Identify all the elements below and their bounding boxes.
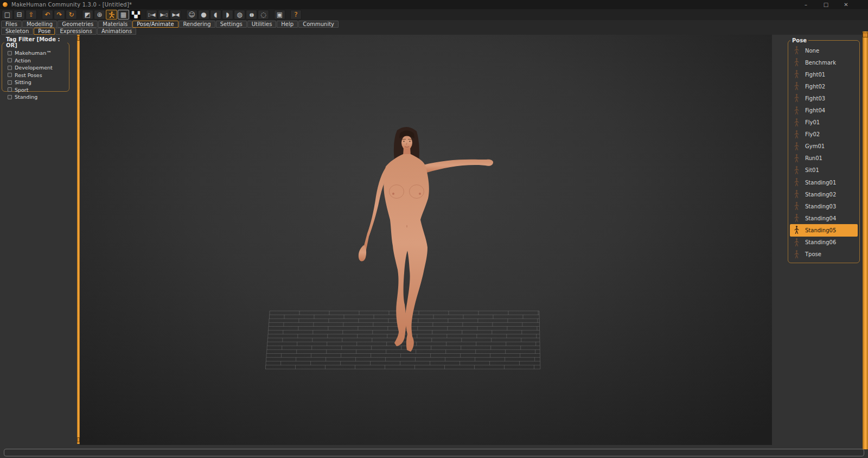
- pose-thumbnail: [793, 46, 800, 56]
- pose-item-none[interactable]: None: [790, 44, 858, 56]
- pose-item-fight02[interactable]: Fight02: [790, 80, 858, 92]
- symmetry-right-icon[interactable]: ▷◀: [146, 10, 157, 20]
- pose-item-standing01[interactable]: Standing01: [790, 176, 858, 188]
- pose-item-fight03[interactable]: Fight03: [790, 92, 858, 104]
- pose-item-standing06[interactable]: Standing06: [790, 237, 858, 249]
- smooth-shading-icon[interactable]: ◩: [82, 10, 93, 20]
- checkbox-icon[interactable]: [8, 95, 12, 99]
- pose-item-fly01[interactable]: Fly01: [790, 117, 858, 129]
- pose-item-benchmark[interactable]: Benchmark: [790, 56, 858, 68]
- subtab-skeleton[interactable]: Skeleton: [1, 28, 33, 35]
- wireframe-icon[interactable]: ⊕: [94, 10, 105, 20]
- progress-bar: [4, 449, 864, 456]
- filter-label: Sport: [15, 87, 29, 93]
- tab-settings[interactable]: Settings: [216, 21, 247, 28]
- tab-utilities[interactable]: Utilities: [247, 21, 277, 28]
- grid-icon[interactable]: ▦: [118, 10, 129, 20]
- maximize-button[interactable]: □: [822, 2, 829, 8]
- pose-label: Tpose: [805, 251, 821, 257]
- pose-item-gym01[interactable]: Gym01: [790, 141, 858, 152]
- pose-item-run01[interactable]: Run01: [790, 152, 858, 164]
- main-tab-bar: FilesModellingGeometriesMaterialsPose/An…: [0, 20, 868, 28]
- pose-item-standing05[interactable]: Standing05: [790, 224, 858, 236]
- split-view-icon[interactable]: ◖◗: [246, 10, 257, 20]
- tab-rendering[interactable]: Rendering: [179, 21, 215, 28]
- tab-files[interactable]: Files: [1, 21, 22, 28]
- save-file-icon[interactable]: ⇧: [25, 10, 37, 20]
- pose-item-standing02[interactable]: Standing02: [790, 188, 858, 200]
- toolbar: □⊟⇧↶↷↻◩⊕▦▚▞▷◀▶◁▶◀☺●◖◗◍◖◗◌▣?: [0, 9, 868, 20]
- pose-item-fly02[interactable]: Fly02: [790, 129, 858, 141]
- tab-pose-animate[interactable]: Pose/Animate: [132, 21, 178, 28]
- head-view-icon[interactable]: ●: [198, 10, 209, 20]
- window-title: MakeHuman Community 1.3.0 - [Untitled]*: [11, 2, 132, 8]
- pose-thumbnail: [793, 117, 800, 128]
- pose-label: Fly01: [805, 119, 820, 125]
- orbit-view-icon[interactable]: ◌: [258, 10, 269, 20]
- symmetry-left-icon[interactable]: ▶◁: [158, 10, 169, 20]
- right-panel-splitter[interactable]: [863, 31, 868, 449]
- pose-library-panel: Pose NoneBenchmarkFight01Fight02Fight03F…: [772, 35, 863, 449]
- checkbox-icon[interactable]: [8, 87, 12, 92]
- pose-item-fight04[interactable]: Fight04: [790, 104, 858, 116]
- redo-icon[interactable]: ↷: [54, 10, 65, 20]
- pose-thumbnail: [793, 165, 800, 175]
- checkbox-icon[interactable]: [8, 73, 12, 77]
- splitter-handle[interactable]: [863, 33, 868, 37]
- pose-item-sit01[interactable]: Sit01: [790, 164, 858, 176]
- pose-label: Fight04: [805, 107, 825, 113]
- background-icon[interactable]: ▚▞: [130, 10, 141, 20]
- filter-item-standing[interactable]: Standing: [4, 93, 67, 101]
- help-icon[interactable]: ?: [290, 10, 302, 20]
- pose-thumbnail: [793, 141, 800, 151]
- filter-item-sitting[interactable]: Sitting: [4, 79, 67, 86]
- subtab-expressions[interactable]: Expressions: [55, 28, 97, 35]
- grab-screenshot-icon[interactable]: ▣: [274, 10, 285, 20]
- pose-item-fight01[interactable]: Fight01: [790, 68, 858, 80]
- checkbox-icon[interactable]: [8, 66, 12, 70]
- reload-icon[interactable]: ↻: [66, 10, 77, 20]
- filter-item-action[interactable]: Action: [4, 57, 67, 65]
- filter-item-makehuman[interactable]: Makehuman™: [4, 49, 67, 57]
- makehuman-window: MakeHuman Community 1.3.0 - [Untitled]* …: [0, 0, 868, 458]
- pose-item-tpose[interactable]: Tpose: [790, 249, 858, 260]
- checkbox-icon[interactable]: [8, 58, 12, 62]
- load-file-icon[interactable]: ⊟: [14, 10, 25, 20]
- front-view-icon[interactable]: ☺: [186, 10, 197, 20]
- pose-groupbox-title: Pose: [790, 37, 808, 43]
- right-view-icon[interactable]: ◗: [222, 10, 233, 20]
- filter-item-sport[interactable]: Sport: [4, 86, 67, 94]
- tab-community[interactable]: Community: [298, 21, 339, 28]
- tag-filter-title: Tag Filter [Mode : OR]: [4, 36, 67, 48]
- titlebar: MakeHuman Community 1.3.0 - [Untitled]* …: [0, 0, 868, 9]
- pose-thumbnail: [793, 153, 800, 163]
- left-view-icon[interactable]: ◖: [210, 10, 221, 20]
- toolbar-group: ☺●◖◗◍◖◗◌: [186, 10, 270, 20]
- new-file-icon[interactable]: □: [2, 10, 13, 20]
- tab-geometries[interactable]: Geometries: [58, 21, 98, 28]
- top-view-icon[interactable]: ◍: [234, 10, 245, 20]
- toolbar-group: ?: [290, 10, 302, 20]
- pose-thumbnail: [793, 213, 800, 224]
- pose-thumbnail: [793, 81, 800, 92]
- pose-item-standing03[interactable]: Standing03: [790, 200, 858, 212]
- tab-materials[interactable]: Materials: [98, 21, 132, 28]
- app-logo-icon: [2, 2, 8, 8]
- tab-help[interactable]: Help: [277, 21, 298, 28]
- pose-mode-icon[interactable]: [106, 10, 117, 20]
- undo-icon[interactable]: ↶: [42, 10, 53, 20]
- viewport-3d[interactable]: [80, 35, 772, 445]
- checkbox-icon[interactable]: [8, 51, 12, 55]
- checkbox-icon[interactable]: [8, 80, 12, 85]
- close-button[interactable]: ✕: [843, 2, 850, 8]
- filter-label: Standing: [15, 94, 37, 100]
- filter-label: Sitting: [15, 79, 31, 85]
- subtab-animations[interactable]: Animations: [97, 28, 136, 35]
- pose-item-standing04[interactable]: Standing04: [790, 212, 858, 224]
- symmetry-icon[interactable]: ▶◀: [170, 10, 181, 20]
- tab-modelling[interactable]: Modelling: [22, 21, 57, 28]
- filter-item-rest-poses[interactable]: Rest Poses: [4, 72, 67, 79]
- subtab-pose[interactable]: Pose: [34, 28, 55, 35]
- minimize-button[interactable]: –: [802, 2, 809, 8]
- filter-item-developement[interactable]: Developement: [4, 64, 67, 72]
